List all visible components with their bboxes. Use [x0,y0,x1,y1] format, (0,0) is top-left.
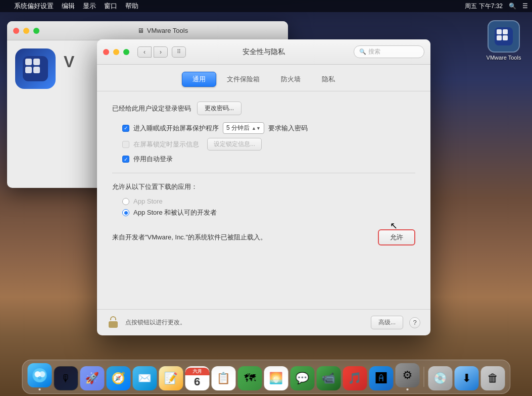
autologin-checkbox-label: 停用自动登录 [133,155,173,164]
dock-launchpad[interactable]: 🚀 [80,366,104,390]
menubar-item-edit[interactable]: 编辑 [62,2,75,11]
dock-calendar[interactable]: 六月 6 [185,366,209,390]
lock-info-checkbox-row: 在屏幕锁定时显示信息 设定锁定信息... [122,138,415,151]
blocked-software-row: 来自开发者"VMware, Inc."的系统软件已被阻止载入。 允许 [112,225,415,250]
dock-maps[interactable]: 🗺 [237,366,262,390]
tab-general[interactable]: 通用 [182,72,216,87]
dock-finder-icon: ☺ [27,363,52,387]
dock-maps-icon: 🗺 [237,366,262,390]
dock-disk-utility[interactable]: 💿 [428,366,452,390]
dialog-close-button[interactable] [103,49,109,55]
dock: ☺ 🎙 🚀 🧭 ✉️ 📝 六月 6 📋 🗺 🌅 💬 📹 🎵 [22,360,510,394]
lock-shackle [110,316,116,320]
sleep-duration-select[interactable]: 5 分钟后 ▲▼ [223,122,264,134]
nav-forward-button[interactable]: › [154,46,168,58]
tab-filevault[interactable]: 文件保险箱 [216,72,270,87]
dialog-minimize-button[interactable] [113,49,119,55]
vmware-minimize-button[interactable] [23,28,29,34]
menubar-item-help[interactable]: 帮助 [125,2,138,11]
dock-system-prefs-icon: ⚙ [395,363,419,387]
dock-photos[interactable]: 🌅 [264,366,288,390]
dock-facetime[interactable]: 📹 [316,366,341,390]
svg-rect-1 [497,29,502,34]
svg-rect-3 [497,35,502,40]
dock-reminders-icon: 📋 [211,366,235,390]
dock-launchpad-icon: 🚀 [80,366,104,390]
lock-icon[interactable] [107,316,119,329]
autologin-checkbox[interactable]: ✓ [122,156,129,163]
dock-downloads-icon: ⬇ [454,366,478,390]
dock-appstore-icon: 🅰 [369,366,393,390]
menubar-datetime: 周五 下午7:32 [465,2,503,11]
section-separator [112,173,415,173]
autologin-checkbox-row: ✓ 停用自动登录 [122,155,415,164]
dock-siri[interactable]: 🎙 [54,366,78,390]
dock-music[interactable]: 🎵 [343,366,367,390]
dock-appstore[interactable]: 🅰 [369,366,393,390]
vmware-maximize-button[interactable] [33,28,39,34]
dock-reminders[interactable]: 📋 [211,366,235,390]
dock-system-preferences[interactable]: ⚙ [395,363,419,390]
dock-calendar-icon: 六月 6 [185,366,209,390]
desktop-vmware-icon[interactable]: VMware Tools [483,20,524,61]
dock-safari[interactable]: 🧭 [106,366,130,390]
security-privacy-dialog: ‹ › ⠿ 安全性与隐私 🔍 搜索 通用 文件保险箱 防火墙 隐私 已经给此用户… [97,39,430,335]
dock-separator [423,367,424,387]
menubar-item-display[interactable]: 显示 [83,2,96,11]
nav-back-button[interactable]: ‹ [137,46,152,58]
tab-bar: 通用 文件保险箱 防火墙 隐私 [97,65,430,91]
dock-facetime-icon: 📹 [316,366,341,390]
dock-messages[interactable]: 💬 [290,366,314,390]
svg-rect-7 [33,59,40,65]
dock-messages-icon: 💬 [290,366,314,390]
dock-finder-dot [38,388,40,390]
lock-settings-button[interactable]: 设定锁定信息... [207,138,262,151]
advanced-button[interactable]: 高级... [371,316,403,329]
radio-appstore[interactable] [122,198,129,205]
password-row: 已经给此用户设定登录密码 更改密码... [112,102,415,115]
sleep-select-arrow-icon: ▲▼ [252,126,261,131]
dock-finder[interactable]: ☺ [27,363,52,390]
radio-appstore-dev[interactable] [122,209,129,216]
dock-photos-icon: 🌅 [264,366,288,390]
search-icon: 🔍 [359,48,366,55]
dialog-maximize-button[interactable] [123,49,129,55]
radio-appstore-dev-label: App Store 和被认可的开发者 [133,208,217,217]
svg-rect-4 [503,35,508,40]
dock-mail[interactable]: ✉️ [132,366,157,390]
svg-rect-6 [25,59,32,65]
menubar-menu-icon[interactable]: ☰ [522,3,528,10]
dock-safari-icon: 🧭 [106,366,130,390]
change-password-button[interactable]: 更改密码... [197,102,241,115]
desktop-vmware-icon-img [488,20,520,53]
search-box[interactable]: 🔍 搜索 [354,45,424,58]
lock-info-checkbox[interactable] [122,141,129,148]
dock-mail-icon: ✉️ [132,366,157,390]
blocked-software-text: 来自开发者"VMware, Inc."的系统软件已被阻止载入。 [112,233,267,242]
allow-button[interactable]: 允许 [378,229,415,245]
lock-hint-text: 点按锁钮以进行更改。 [125,318,365,327]
tab-privacy[interactable]: 隐私 [311,72,346,87]
sleep-duration-value: 5 分钟后 [226,124,250,132]
dialog-bottom-bar: 点按锁钮以进行更改。 高级... ? [97,309,430,335]
tab-firewall[interactable]: 防火墙 [270,72,311,87]
radio-appstore-label: App Store [133,197,163,205]
dock-notes[interactable]: 📝 [159,366,183,390]
vmware-close-button[interactable] [13,28,19,34]
lock-body [109,321,118,328]
menubar-item-window[interactable]: 窗口 [104,2,117,11]
svg-rect-8 [25,67,32,73]
grid-view-button[interactable]: ⠿ [172,46,186,58]
vmware-window-icon: 🖥 [137,27,144,34]
help-button[interactable]: ? [409,317,420,328]
dialog-content: 已经给此用户设定登录密码 更改密码... ✓ 进入睡眠或开始屏幕保护程序 5 分… [97,91,430,260]
dock-downloads[interactable]: ⬇ [454,366,478,390]
dock-trash[interactable]: 🗑 [480,366,505,390]
dialog-titlebar: ‹ › ⠿ 安全性与隐私 🔍 搜索 [97,39,430,65]
vmware-window-title-text: V [64,48,74,71]
vmware-title: 🖥 VMware Tools [43,27,282,34]
sleep-checkbox[interactable]: ✓ [122,125,129,132]
menubar-search-icon[interactable]: 🔍 [509,3,516,10]
menubar-item-prefs[interactable]: 系统偏好设置 [14,2,54,11]
dock-notes-icon: 📝 [159,366,183,390]
